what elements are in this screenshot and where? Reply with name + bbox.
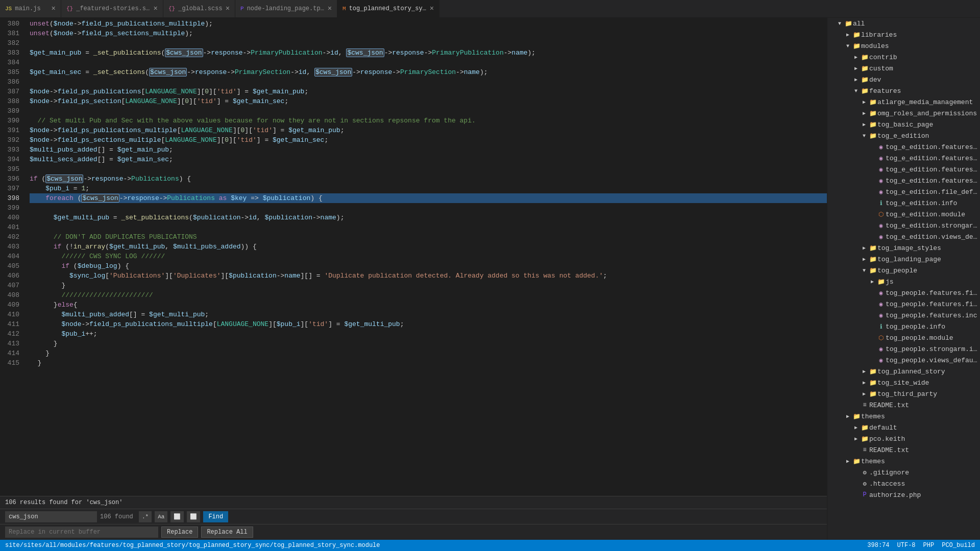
tab-close-global[interactable]: × bbox=[226, 5, 230, 12]
tab-node-landing[interactable]: P node-landing_page.tpl.php × bbox=[235, 0, 337, 17]
sidebar-item-tog-basic-page[interactable]: ▶ 📁 tog_basic_page bbox=[827, 119, 980, 130]
code-line-406: $sync_log['Publications']['Duplicates'][… bbox=[30, 271, 827, 281]
sidebar-item-themes-1[interactable]: ▶ 📁 themes bbox=[827, 411, 980, 422]
folder-icon-modules: 📁 bbox=[852, 42, 861, 50]
file-inc-icon-8: ◉ bbox=[876, 289, 886, 297]
find-multiline-btn[interactable]: ⬜ bbox=[187, 511, 200, 522]
sidebar-item-tog-people[interactable]: ▼ 📁 tog_people bbox=[827, 265, 980, 276]
status-right: 398:74 UTF-8 PHP PCO_build bbox=[867, 542, 975, 549]
sidebar-item-tog-e-edition-info[interactable]: ▶ ℹ tog_e_edition.info bbox=[827, 197, 980, 209]
tab-featured-stories[interactable]: {} _featured-stories.scss × bbox=[61, 0, 163, 17]
tab-global-scss[interactable]: {} _global.scss × bbox=[163, 0, 235, 17]
tree-label-dev: dev bbox=[869, 76, 980, 84]
tree-label-tog-people-info: tog_people.info bbox=[886, 323, 980, 331]
code-line-389 bbox=[30, 106, 827, 116]
tree-label-tog-people-strongarm: tog_people.strongarm.inc bbox=[886, 345, 980, 353]
sidebar-item-libraries[interactable]: ▶ 📁 libraries bbox=[827, 29, 980, 40]
sidebar-item-tog-site-wide[interactable]: ▶ 📁 tog_site_wide bbox=[827, 377, 980, 388]
folder-icon-tog-people: 📁 bbox=[868, 267, 877, 274]
folder-icon-contrib: 📁 bbox=[860, 54, 869, 61]
tree-label-default: default bbox=[869, 424, 980, 432]
code-line-386 bbox=[30, 77, 827, 87]
tab-close-main-js[interactable]: × bbox=[52, 5, 56, 12]
find-button[interactable]: Find bbox=[203, 511, 228, 522]
sidebar-item-htaccess[interactable]: ▶ ⚙ .htaccess bbox=[827, 478, 980, 489]
folder-icon-tog-image-styles: 📁 bbox=[868, 244, 877, 252]
folder-icon-tog-planned-story: 📁 bbox=[868, 368, 877, 375]
sidebar-item-tog-people-js[interactable]: ▶ 📁 js bbox=[827, 276, 980, 287]
file-inc-icon-7: ◉ bbox=[876, 233, 886, 241]
sidebar-item-pco-keith[interactable]: ▶ 📁 pco.keith bbox=[827, 433, 980, 444]
sidebar-item-tog-e-edition-views-default[interactable]: ▶ ◉ tog_e_edition.views_default.inc bbox=[827, 231, 980, 242]
tab-tog-planned[interactable]: M tog_planned_story_sync.module × bbox=[337, 0, 439, 17]
replace-input[interactable] bbox=[5, 527, 158, 538]
folder-icon-tog-people-js: 📁 bbox=[876, 278, 886, 286]
line-num-407: 407 bbox=[0, 281, 19, 290]
sidebar-item-authorize-php[interactable]: ▶ P authorize.php bbox=[827, 489, 980, 500]
sidebar-item-tog-e-edition-taxonomy[interactable]: ▶ ◉ tog_e_edition.features.taxonomy.inc bbox=[827, 175, 980, 186]
sidebar-item-gitignore[interactable]: ▶ ⚙ .gitignore bbox=[827, 467, 980, 478]
tab-bar: JS main.js × {} _featured-stories.scss ×… bbox=[0, 0, 980, 18]
code-line-397: $pub_i = 1; bbox=[30, 184, 827, 193]
sidebar-item-tog-e-edition-file-default[interactable]: ▶ ◉ tog_e_edition.file_default_displays.… bbox=[827, 186, 980, 197]
code-content[interactable]: unset($node->field_ps_publications_mullt… bbox=[26, 18, 827, 368]
sidebar-item-all[interactable]: ▼ 📁 all bbox=[827, 18, 980, 29]
folder-icon-tog-site-wide: 📁 bbox=[868, 379, 877, 387]
find-word-btn[interactable]: ⬜ bbox=[170, 511, 184, 522]
code-line-398: foreach ($cws_json->response->Publicatio… bbox=[30, 193, 827, 203]
find-regex-btn[interactable]: .* bbox=[139, 511, 152, 522]
tab-close-node-landing[interactable]: × bbox=[328, 5, 332, 12]
sidebar-item-tog-e-edition-strongarm[interactable]: ▶ ◉ tog_e_edition.strongarm.inc bbox=[827, 220, 980, 231]
sidebar-item-tog-e-edition-field-instance[interactable]: ▶ ◉ tog_e_edition.features.field_instanc… bbox=[827, 153, 980, 164]
file-htaccess-icon: ⚙ bbox=[860, 480, 869, 488]
line-num-392: 392 bbox=[0, 135, 19, 145]
code-line-382 bbox=[30, 38, 827, 48]
code-line-390: // Set multi Pub and Sec with the above … bbox=[30, 116, 827, 126]
sidebar-item-tog-people-field-base[interactable]: ▶ ◉ tog_people.features.field_base.inc bbox=[827, 287, 980, 298]
replace-all-button[interactable]: Replace All bbox=[201, 527, 253, 538]
sidebar-item-themes-2[interactable]: ▶ 📁 themes bbox=[827, 456, 980, 467]
sidebar-item-tog-landing-page[interactable]: ▶ 📁 tog_landing_page bbox=[827, 254, 980, 265]
tree-label-tog-landing-page: tog_landing_page bbox=[877, 256, 980, 263]
sidebar-item-dev[interactable]: ▶ 📁 dev bbox=[827, 74, 980, 85]
replace-button[interactable]: Replace bbox=[161, 527, 198, 538]
sidebar-item-tog-people-views-default[interactable]: ▶ ◉ tog_people.views_default.inc bbox=[827, 355, 980, 366]
folder-icon-themes-2: 📁 bbox=[852, 458, 861, 465]
file-git-icon: ⚙ bbox=[860, 469, 869, 477]
tree-label-tog-people-field-base: tog_people.features.field_base.inc bbox=[886, 289, 980, 297]
sidebar-item-tog-e-edition[interactable]: ▼ 📁 tog_e_edition bbox=[827, 130, 980, 141]
sidebar-item-tog-third-party[interactable]: ▶ 📁 tog_third_party bbox=[827, 388, 980, 399]
code-line-395 bbox=[30, 164, 827, 174]
tab-main-js[interactable]: JS main.js × bbox=[0, 0, 61, 17]
file-inc-icon-4: ◉ bbox=[876, 177, 886, 185]
sidebar-item-tog-people-module[interactable]: ▶ ⬡ tog_people.module bbox=[827, 332, 980, 343]
sidebar-item-omg[interactable]: ▶ 📁 omg_roles_and_permissions bbox=[827, 108, 980, 119]
sidebar-item-default[interactable]: ▶ 📁 default bbox=[827, 422, 980, 433]
sidebar-item-contrib[interactable]: ▶ 📁 contrib bbox=[827, 52, 980, 63]
sidebar-item-tog-e-edition-module[interactable]: ▶ ⬡ tog_e_edition.module bbox=[827, 209, 980, 220]
tree-label-tog-e-edition-field-base: tog_e_edition.features.field_base.inc bbox=[886, 143, 980, 151]
sidebar-item-readme-txt[interactable]: ▶ ≡ README.txt bbox=[827, 399, 980, 411]
sidebar-item-readme-txt-2[interactable]: ▶ ≡ README.txt bbox=[827, 444, 980, 456]
find-case-btn[interactable]: Aa bbox=[155, 511, 167, 522]
file-module-icon: ⬡ bbox=[876, 211, 886, 218]
sidebar-item-tog-e-edition-field-base[interactable]: ▶ ◉ tog_e_edition.features.field_base.in… bbox=[827, 141, 980, 153]
editor-scroll[interactable]: 380 381 382 383 384 385 386 387 388 389 … bbox=[0, 18, 827, 496]
sidebar-item-features[interactable]: ▼ 📁 features bbox=[827, 85, 980, 96]
tab-close-featured[interactable]: × bbox=[154, 5, 158, 12]
sidebar-item-tog-planned-story[interactable]: ▶ 📁 tog_planned_story bbox=[827, 366, 980, 377]
sidebar-item-atlarge[interactable]: ▶ 📁 atlarge_media_management bbox=[827, 96, 980, 108]
sidebar-item-tog-people-info[interactable]: ▶ ℹ tog_people.info bbox=[827, 321, 980, 332]
tab-close-tog-planned[interactable]: × bbox=[430, 5, 434, 12]
sidebar-item-tog-people-strongarm[interactable]: ▶ ◉ tog_people.strongarm.inc bbox=[827, 343, 980, 355]
sidebar-item-custom[interactable]: ▶ 📁 custom bbox=[827, 63, 980, 74]
sidebar-item-modules[interactable]: ▼ 📁 modules bbox=[827, 40, 980, 52]
tree-label-tog-basic-page: tog_basic_page bbox=[877, 121, 980, 129]
replace-bar: Replace Replace All bbox=[0, 524, 827, 540]
find-input[interactable] bbox=[5, 511, 97, 522]
sidebar-item-tog-people-features-inc[interactable]: ▶ ◉ tog_people.features.inc bbox=[827, 310, 980, 321]
code-line-414: } bbox=[30, 348, 827, 358]
sidebar-item-tog-image-styles[interactable]: ▶ 📁 tog_image_styles bbox=[827, 242, 980, 254]
sidebar-item-tog-people-field-instance[interactable]: ▶ ◉ tog_people.features.field_instance.i… bbox=[827, 298, 980, 310]
sidebar-item-tog-e-edition-features-inc[interactable]: ▶ ◉ tog_e_edition.features.inc bbox=[827, 164, 980, 175]
